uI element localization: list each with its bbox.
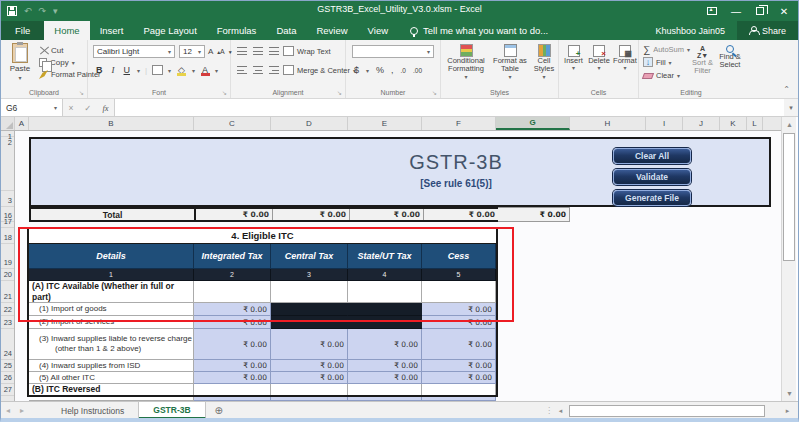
font-size-select[interactable]: 12▾ bbox=[179, 45, 205, 58]
italic-button[interactable]: I bbox=[110, 65, 117, 75]
horizontal-scroll-track[interactable] bbox=[569, 405, 779, 417]
total-value-cell[interactable]: ₹ 0.00 bbox=[273, 209, 350, 220]
accounting-format-button[interactable]: $ bbox=[354, 65, 359, 75]
value-cell[interactable]: ₹ 0.00 bbox=[194, 316, 271, 329]
close-button[interactable]: ✕ bbox=[772, 1, 796, 21]
value-cell[interactable]: ₹ 0.00 bbox=[422, 372, 496, 384]
scroll-left-icon[interactable]: ◂ bbox=[554, 404, 567, 417]
value-cell[interactable]: ₹ 0.00 bbox=[348, 329, 422, 360]
new-sheet-icon[interactable]: ⊕ bbox=[206, 402, 232, 419]
itc-table-title[interactable]: 4. Eligible ITC bbox=[29, 228, 496, 244]
row-header[interactable]: 21 bbox=[1, 281, 14, 303]
value-cell[interactable]: ₹ 0.00 bbox=[422, 303, 496, 316]
header-details[interactable]: Details bbox=[29, 244, 194, 269]
formula-input[interactable] bbox=[115, 99, 784, 116]
scroll-down-icon[interactable]: ▼ bbox=[783, 387, 796, 400]
alignment-dialog-launcher-icon[interactable]: ↘ bbox=[337, 89, 342, 96]
cut-button[interactable]: Cut bbox=[39, 46, 63, 55]
value-cell[interactable]: ₹ 0.00 bbox=[271, 329, 348, 360]
value-cell[interactable]: ₹ 0.00 bbox=[271, 360, 348, 372]
column-header-e[interactable]: E bbox=[348, 117, 422, 130]
tab-view[interactable]: View bbox=[358, 21, 398, 40]
restore-button[interactable] bbox=[748, 1, 772, 21]
clear-all-button[interactable]: Clear All bbox=[613, 148, 691, 164]
row-header[interactable]: 18 bbox=[1, 228, 14, 244]
increase-decimal-button[interactable]: .0 bbox=[401, 67, 406, 74]
format-cells-button[interactable]: ▦ Format ▾ bbox=[612, 45, 638, 72]
autosum-button[interactable]: ∑ AutoSum ▾ bbox=[643, 44, 690, 55]
row-header[interactable]: 24 bbox=[1, 329, 14, 360]
share-button[interactable]: Share bbox=[737, 21, 798, 40]
font-color-button[interactable]: A bbox=[200, 65, 210, 75]
sheet-nav-right-icon[interactable]: ▸ bbox=[15, 402, 29, 419]
underline-button[interactable]: U bbox=[122, 65, 133, 75]
number-dialog-launcher-icon[interactable]: ↘ bbox=[432, 89, 437, 96]
total-value-cell[interactable]: ₹ 0.00 bbox=[196, 209, 273, 220]
comma-style-button[interactable]: , bbox=[391, 65, 394, 75]
column-header-b[interactable]: B bbox=[29, 117, 194, 130]
header-integrated-tax[interactable]: Integrated Tax bbox=[194, 244, 271, 269]
column-header-d[interactable]: D bbox=[271, 117, 348, 130]
scrollbar-resize-grip[interactable]: ⋮ bbox=[545, 406, 552, 415]
vertical-scroll-thumb[interactable] bbox=[783, 133, 795, 261]
cell-styles-button[interactable]: Cell Styles ▾ bbox=[529, 44, 559, 80]
sheet-nav-left-icon[interactable]: ◂ bbox=[1, 402, 15, 419]
scroll-right-icon[interactable]: ▸ bbox=[781, 404, 794, 417]
align-right-icon[interactable] bbox=[269, 66, 279, 74]
column-header-c[interactable]: C bbox=[194, 117, 271, 130]
insert-function-button[interactable]: fx bbox=[102, 103, 108, 113]
tab-insert[interactable]: Insert bbox=[90, 21, 134, 40]
value-cell[interactable]: ₹ 0.00 bbox=[422, 360, 496, 372]
align-center-icon[interactable] bbox=[253, 66, 263, 74]
align-middle-icon[interactable] bbox=[253, 47, 263, 55]
tab-home[interactable]: Home bbox=[44, 21, 89, 40]
tab-data[interactable]: Data bbox=[266, 21, 306, 40]
select-all-corner[interactable] bbox=[1, 117, 15, 130]
value-cell[interactable]: ₹ 0.00 bbox=[194, 372, 271, 384]
format-as-table-button[interactable]: Format as Table ▾ bbox=[491, 44, 529, 80]
row-header[interactable]: 27 bbox=[1, 384, 14, 396]
column-header-g-selected[interactable]: G bbox=[496, 117, 570, 130]
row-header[interactable]: 26 bbox=[1, 372, 14, 384]
sort-filter-button[interactable]: AZ▼ Sort & Filter bbox=[689, 45, 716, 76]
fill-button[interactable]: ↓ Fill ▾ bbox=[643, 57, 672, 67]
wrap-text-button[interactable]: Wrap Text bbox=[283, 46, 331, 56]
tell-me-box[interactable]: Tell me what you want to do... bbox=[398, 21, 548, 40]
account-user-name[interactable]: Khushboo Jain05 bbox=[655, 26, 737, 36]
tab-page-layout[interactable]: Page Layout bbox=[133, 21, 206, 40]
sheet-tab-gstr-3b[interactable]: GSTR-3B bbox=[139, 402, 205, 419]
header-central-tax[interactable]: Central Tax bbox=[271, 244, 348, 269]
row-header[interactable]: 23 bbox=[1, 316, 14, 329]
worksheet-grid[interactable]: 1 2 3 16 17 18 19 20 21 22 23 24 25 26 2… bbox=[1, 131, 781, 401]
insert-cells-button[interactable]: + Insert ▾ bbox=[561, 45, 586, 72]
value-cell[interactable]: ₹ 0.00 bbox=[271, 372, 348, 384]
horizontal-scroll-thumb[interactable] bbox=[569, 405, 765, 417]
tab-formulas[interactable]: Formulas bbox=[207, 21, 267, 40]
minimize-button[interactable]: — bbox=[724, 1, 748, 21]
collapse-ribbon-icon[interactable]: ⌃ bbox=[783, 85, 790, 94]
value-cell[interactable]: ₹ 0.00 bbox=[194, 360, 271, 372]
generate-file-button[interactable]: Generate File bbox=[613, 190, 691, 206]
align-left-icon[interactable] bbox=[237, 66, 247, 74]
value-cell[interactable]: ₹ 0.00 bbox=[194, 329, 271, 360]
row-header[interactable]: 20 bbox=[1, 269, 14, 281]
cancel-entry-icon[interactable]: × bbox=[68, 103, 73, 113]
delete-cells-button[interactable]: × Delete ▾ bbox=[586, 45, 612, 72]
value-cell[interactable]: ₹ 0.00 bbox=[194, 303, 271, 316]
tab-file[interactable]: File bbox=[1, 21, 44, 40]
header-cess[interactable]: Cess bbox=[422, 244, 496, 269]
value-cell[interactable]: ₹ 0.00 bbox=[422, 329, 496, 360]
expand-formula-bar-icon[interactable]: ▾ bbox=[784, 99, 798, 116]
align-bottom-icon[interactable] bbox=[269, 47, 279, 55]
fill-color-button[interactable]: ◇ bbox=[176, 65, 187, 75]
copy-button[interactable]: Copy ▾ bbox=[39, 58, 75, 67]
ribbon-display-options-button[interactable] bbox=[700, 1, 724, 21]
find-select-button[interactable]: Find & Select bbox=[717, 45, 743, 70]
confirm-entry-icon[interactable]: ✓ bbox=[84, 103, 91, 113]
section-a-label[interactable]: (A) ITC Available (Whether in full or pa… bbox=[29, 281, 194, 303]
percent-style-button[interactable]: % bbox=[376, 65, 384, 75]
header-state-ut-tax[interactable]: State/UT Tax bbox=[348, 244, 422, 269]
row-header[interactable]: 3 bbox=[1, 191, 14, 207]
row-header[interactable]: 25 bbox=[1, 360, 14, 372]
total-value-cell[interactable]: ₹ 0.00 bbox=[350, 209, 424, 220]
